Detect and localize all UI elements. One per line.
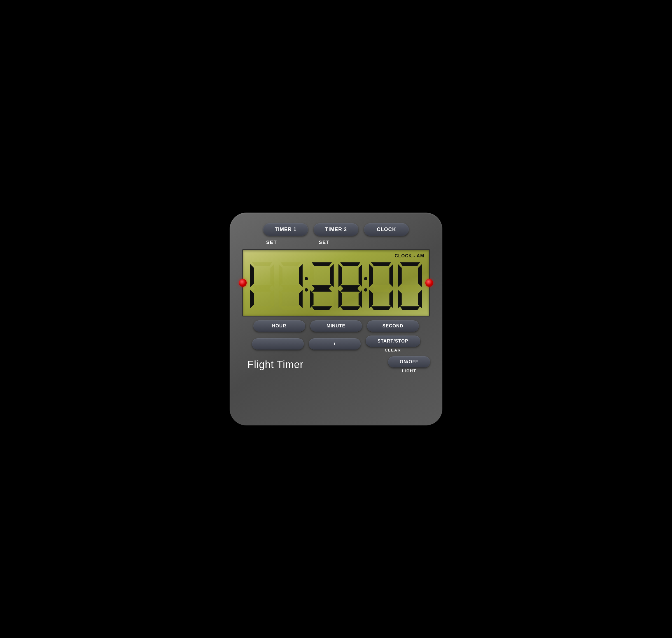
colon-dot-bottom-2 bbox=[364, 288, 367, 291]
bottom-row-1: HOUR MINUTE SECOND bbox=[238, 320, 434, 332]
svg-marker-13 bbox=[281, 306, 301, 310]
colon-1 bbox=[305, 266, 308, 305]
digit-m1 bbox=[308, 261, 335, 311]
svg-marker-12 bbox=[299, 290, 303, 308]
svg-marker-40 bbox=[418, 290, 422, 308]
svg-marker-36 bbox=[398, 264, 402, 287]
lcd-display: CLOCK - AM bbox=[242, 249, 430, 317]
timer1-button[interactable]: TIMER 1 bbox=[263, 223, 308, 236]
clear-label: CLEAR bbox=[385, 348, 401, 352]
svg-marker-26 bbox=[359, 290, 362, 308]
svg-marker-3 bbox=[252, 285, 272, 291]
svg-marker-29 bbox=[369, 264, 373, 287]
svg-marker-22 bbox=[338, 264, 342, 287]
top-button-row: TIMER 1 TIMER 2 CLOCK bbox=[238, 223, 434, 236]
on-off-button[interactable]: ON/OFF bbox=[388, 356, 430, 367]
seconds-digits bbox=[367, 261, 424, 311]
svg-marker-23 bbox=[359, 264, 362, 287]
svg-marker-27 bbox=[340, 306, 360, 310]
set-label-1: SET bbox=[249, 240, 294, 245]
set-labels-row: SET SET bbox=[238, 240, 434, 245]
flight-timer-device: TIMER 1 TIMER 2 CLOCK SET SET CLOCK - AM bbox=[230, 213, 442, 425]
clock-mode-label: CLOCK - AM bbox=[395, 253, 424, 258]
second-button[interactable]: SECOND bbox=[367, 320, 419, 332]
svg-marker-41 bbox=[400, 306, 420, 310]
svg-marker-4 bbox=[250, 290, 254, 308]
timer2-button[interactable]: TIMER 2 bbox=[314, 223, 358, 236]
digit-h1 bbox=[248, 261, 276, 311]
svg-marker-15 bbox=[310, 264, 313, 287]
svg-marker-25 bbox=[338, 290, 342, 308]
time-display bbox=[248, 253, 424, 313]
svg-marker-20 bbox=[312, 306, 332, 310]
hours-digits bbox=[248, 261, 305, 311]
svg-marker-32 bbox=[369, 290, 373, 308]
digit-h2 bbox=[277, 261, 304, 311]
start-stop-button[interactable]: START/STOP bbox=[366, 336, 420, 347]
led-left bbox=[239, 279, 247, 287]
bottom-row-2: – + START/STOP CLEAR bbox=[238, 336, 434, 352]
svg-marker-14 bbox=[312, 262, 332, 266]
svg-marker-17 bbox=[312, 285, 332, 291]
svg-marker-30 bbox=[389, 264, 393, 287]
hour-button[interactable]: HOUR bbox=[253, 320, 305, 332]
svg-marker-24 bbox=[340, 285, 360, 291]
svg-marker-1 bbox=[250, 264, 254, 287]
svg-marker-28 bbox=[371, 262, 391, 266]
digit-s1 bbox=[367, 261, 395, 311]
svg-marker-5 bbox=[270, 290, 274, 308]
svg-marker-39 bbox=[398, 290, 402, 308]
plus-button[interactable]: + bbox=[309, 338, 360, 350]
svg-marker-2 bbox=[270, 264, 274, 287]
svg-marker-37 bbox=[418, 264, 422, 287]
svg-marker-18 bbox=[310, 290, 313, 308]
digit-s2 bbox=[396, 261, 424, 311]
led-right bbox=[425, 279, 433, 287]
minutes-digits bbox=[308, 261, 364, 311]
colon-2 bbox=[364, 266, 367, 305]
svg-marker-16 bbox=[330, 264, 334, 287]
colon-dot-bottom bbox=[305, 288, 308, 291]
svg-marker-35 bbox=[400, 262, 420, 266]
svg-marker-7 bbox=[281, 262, 301, 266]
svg-marker-38 bbox=[400, 285, 420, 291]
svg-marker-31 bbox=[371, 285, 391, 291]
set-label-2: SET bbox=[302, 240, 347, 245]
colon-dot-top-2 bbox=[364, 277, 367, 280]
digit-m2 bbox=[337, 261, 364, 311]
svg-marker-33 bbox=[389, 290, 393, 308]
svg-marker-9 bbox=[299, 264, 303, 287]
svg-marker-19 bbox=[330, 290, 334, 308]
svg-marker-10 bbox=[281, 285, 301, 291]
start-stop-area: START/STOP CLEAR bbox=[366, 336, 420, 352]
svg-marker-8 bbox=[279, 264, 283, 287]
svg-marker-6 bbox=[252, 306, 272, 310]
light-label: LIGHT bbox=[402, 369, 416, 373]
svg-marker-21 bbox=[340, 262, 360, 266]
display-wrapper: CLOCK - AM bbox=[238, 249, 434, 317]
on-off-area: ON/OFF LIGHT bbox=[388, 356, 430, 373]
flight-timer-label: Flight Timer bbox=[248, 359, 303, 371]
minute-button[interactable]: MINUTE bbox=[310, 320, 362, 332]
svg-marker-11 bbox=[279, 290, 283, 308]
svg-marker-34 bbox=[371, 306, 391, 310]
svg-marker-0 bbox=[252, 262, 272, 266]
minus-button[interactable]: – bbox=[252, 338, 304, 350]
clock-button[interactable]: CLOCK bbox=[364, 223, 409, 236]
colon-dot-top bbox=[305, 277, 308, 280]
flight-timer-row: Flight Timer ON/OFF LIGHT bbox=[238, 356, 434, 373]
